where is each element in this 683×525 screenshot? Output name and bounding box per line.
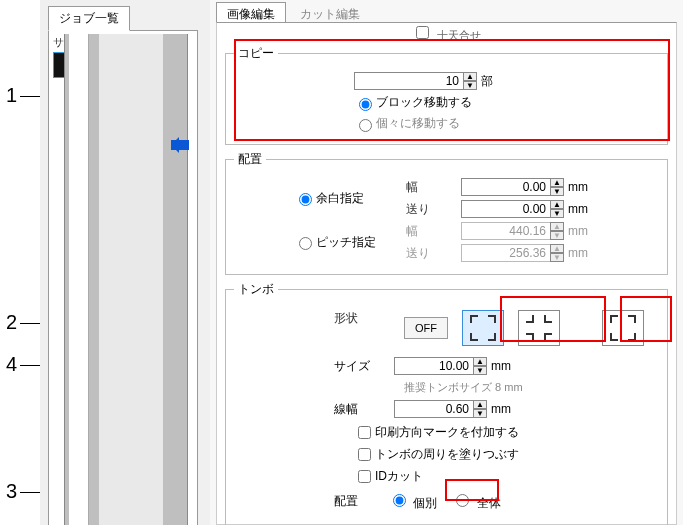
spin-down: ▼	[550, 253, 564, 262]
tombo-mark-inner[interactable]	[518, 310, 560, 346]
spin-down: ▼	[550, 231, 564, 240]
radio-block-move[interactable]	[359, 98, 372, 111]
radio-margin[interactable]	[299, 193, 312, 206]
ruler-vertical	[69, 34, 89, 525]
spin-up: ▲	[550, 222, 564, 231]
spin-up: ▲	[550, 244, 564, 253]
copy-count-input[interactable]	[354, 72, 464, 90]
arrange-legend: 配置	[234, 151, 266, 168]
radio-each-move[interactable]	[359, 119, 372, 132]
spin-up[interactable]: ▲	[463, 72, 477, 81]
margin-width-input[interactable]	[461, 178, 551, 196]
tombo-linewidth-spinner[interactable]: ▲▼	[473, 400, 487, 418]
tombo-recommend: 推奨トンボサイズ 8 mm	[404, 380, 659, 395]
pitch-width-unit: mm	[568, 224, 588, 238]
radio-place-individual[interactable]	[393, 494, 406, 507]
cb-direction-mark[interactable]	[358, 426, 371, 439]
spin-down[interactable]: ▼	[463, 81, 477, 90]
radio-margin-label: 余白指定	[316, 190, 364, 207]
spin-down[interactable]: ▼	[473, 409, 487, 418]
tombo-size-unit: mm	[491, 359, 511, 373]
spin-down[interactable]: ▼	[550, 209, 564, 218]
copy-legend: コピー	[234, 45, 278, 62]
tombo-linewidth-unit: mm	[491, 402, 511, 416]
tombo-mark-outer-1[interactable]	[462, 310, 504, 346]
radio-block-move-label: ブロック移動する	[376, 94, 472, 111]
preview-page	[99, 34, 163, 525]
margin-feed-label: 送り	[406, 201, 461, 218]
radio-place-whole[interactable]	[456, 494, 469, 507]
pitch-feed-spinner: ▲▼	[550, 244, 564, 262]
margin-width-label: 幅	[406, 179, 461, 196]
cb-idcut-label: IDカット	[375, 468, 423, 485]
trimmed-top-row: 十天合せ	[217, 23, 676, 43]
fit-checkbox-label: 十天合せ	[437, 29, 481, 41]
radio-pitch[interactable]	[299, 237, 312, 250]
spin-down[interactable]: ▼	[550, 187, 564, 196]
spin-up[interactable]: ▲	[473, 400, 487, 409]
tombo-placement-label: 配置	[334, 493, 374, 510]
callout-1: 1	[6, 84, 17, 107]
spin-up[interactable]: ▲	[550, 178, 564, 187]
callout-2: 2	[6, 311, 17, 334]
margin-feed-input[interactable]	[461, 200, 551, 218]
preview-strip	[64, 34, 188, 525]
copy-group: コピー ▲▼ 部 ブロック移動する 個々に移動する	[225, 45, 668, 145]
tombo-linewidth-label: 線幅	[334, 401, 394, 418]
radio-place-individual-label: 個別	[413, 496, 437, 510]
arrange-group: 配置 余白指定 ピッチ指定 幅	[225, 151, 668, 275]
preview-position-marker	[171, 140, 189, 150]
pitch-feed-label: 送り	[406, 245, 461, 262]
cb-fill-around[interactable]	[358, 448, 371, 461]
pitch-feed-unit: mm	[568, 246, 588, 260]
radio-place-individual-wrap[interactable]: 個別	[388, 491, 437, 512]
spin-up[interactable]: ▲	[473, 357, 487, 366]
radio-pitch-label: ピッチ指定	[316, 234, 376, 251]
cb-idcut[interactable]	[358, 470, 371, 483]
callout-3: 3	[6, 480, 17, 503]
margin-feed-spinner[interactable]: ▲▼	[550, 200, 564, 218]
cb-direction-mark-label: 印刷方向マークを付加する	[375, 424, 519, 441]
tombo-size-spinner[interactable]: ▲▼	[473, 357, 487, 375]
radio-each-move-label: 個々に移動する	[376, 115, 460, 132]
spin-down[interactable]: ▼	[473, 366, 487, 375]
pitch-width-input	[461, 222, 551, 240]
copy-unit: 部	[481, 73, 493, 90]
margin-feed-unit: mm	[568, 202, 588, 216]
tombo-shape-label: 形状	[334, 310, 358, 327]
radio-place-whole-wrap[interactable]: 全体	[451, 491, 500, 512]
tombo-size-input[interactable]	[394, 357, 474, 375]
pitch-feed-input	[461, 244, 551, 262]
tombo-legend: トンボ	[234, 281, 278, 298]
margin-width-unit: mm	[568, 180, 588, 194]
copy-count-spinner[interactable]: ▲▼	[463, 72, 477, 90]
radio-place-whole-label: 全体	[477, 496, 501, 510]
spin-up[interactable]: ▲	[550, 200, 564, 209]
callout-4: 4	[6, 353, 17, 376]
tombo-off-button[interactable]: OFF	[404, 317, 448, 339]
cb-fill-around-label: トンボの周りを塗りつぶす	[375, 446, 519, 463]
fit-checkbox[interactable]	[416, 26, 429, 39]
pitch-width-spinner: ▲▼	[550, 222, 564, 240]
tombo-size-label: サイズ	[334, 358, 394, 375]
tombo-linewidth-input[interactable]	[394, 400, 474, 418]
pitch-width-label: 幅	[406, 223, 461, 240]
tombo-group: トンボ 形状 OFF	[225, 281, 668, 525]
tombo-mark-outer-2[interactable]	[602, 310, 644, 346]
tab-job-list[interactable]: ジョブ一覧	[48, 6, 130, 31]
margin-width-spinner[interactable]: ▲▼	[550, 178, 564, 196]
